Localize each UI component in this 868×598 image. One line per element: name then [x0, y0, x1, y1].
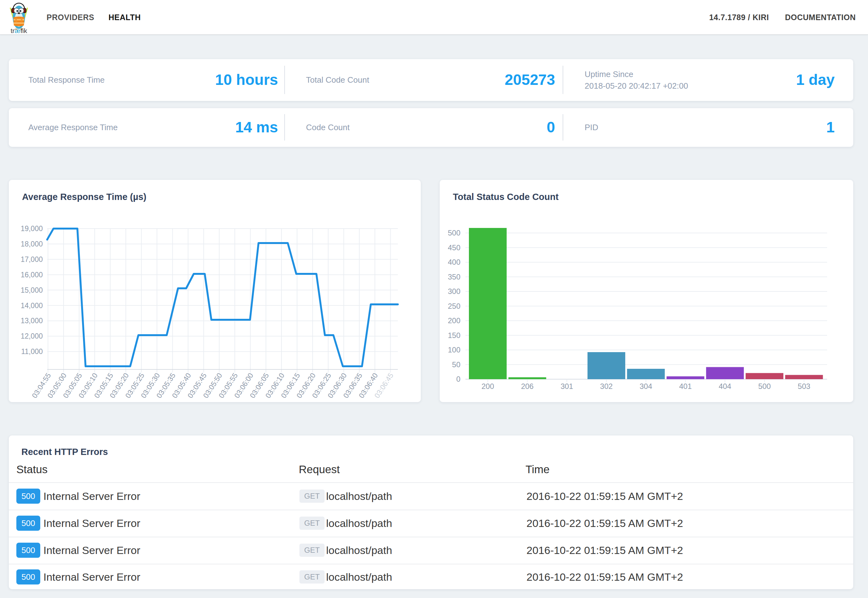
- svg-text:16,000: 16,000: [21, 271, 43, 279]
- svg-text:18,000: 18,000: [21, 240, 43, 248]
- svg-text:500: 500: [758, 382, 771, 390]
- svg-text:0: 0: [456, 375, 460, 383]
- svg-text:13,000: 13,000: [21, 317, 43, 325]
- svg-text:200: 200: [448, 316, 460, 325]
- svg-text:14,000: 14,000: [21, 302, 43, 310]
- svg-text:19,000: 19,000: [21, 224, 43, 233]
- svg-text:15,000: 15,000: [21, 286, 43, 294]
- svg-text:500: 500: [448, 229, 460, 237]
- svg-text:304: 304: [640, 382, 652, 390]
- svg-text:503: 503: [798, 382, 810, 390]
- svg-text:træfik: træfik: [11, 27, 27, 34]
- svg-text:300: 300: [448, 287, 460, 296]
- svg-text:450: 450: [448, 243, 460, 252]
- svg-text:250: 250: [448, 302, 460, 310]
- svg-text:17,000: 17,000: [21, 255, 43, 263]
- svg-text:401: 401: [679, 382, 691, 390]
- svg-text:350: 350: [448, 273, 460, 281]
- svg-text:206: 206: [521, 382, 534, 390]
- svg-text:50: 50: [452, 360, 460, 369]
- svg-text:404: 404: [718, 382, 731, 390]
- svg-text:400: 400: [448, 258, 460, 266]
- svg-text:200: 200: [482, 382, 494, 390]
- svg-text:150: 150: [448, 331, 460, 339]
- svg-text:301: 301: [560, 382, 573, 390]
- svg-text:12,000: 12,000: [21, 332, 43, 340]
- svg-text:302: 302: [600, 382, 613, 390]
- svg-text:11,000: 11,000: [21, 347, 43, 356]
- svg-text:100: 100: [448, 345, 460, 354]
